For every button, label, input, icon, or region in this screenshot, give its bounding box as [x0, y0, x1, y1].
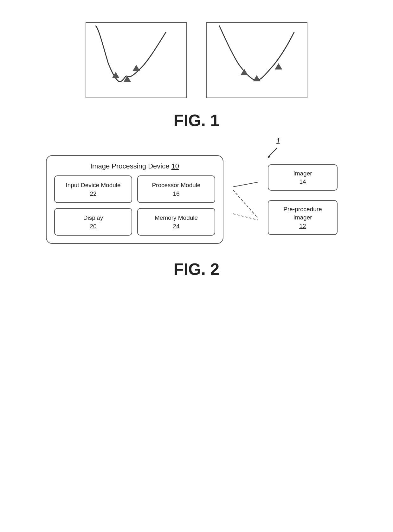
system-number: 1 — [275, 136, 280, 146]
module-display-name: Display — [59, 214, 128, 222]
fig2-wrapper: 1 Image Processing Device 10 — [46, 155, 347, 244]
fig2-label: FIG. 2 — [174, 260, 219, 279]
svg-marker-5 — [275, 63, 282, 70]
module-processor: Processor Module 16 — [137, 175, 215, 203]
svg-line-10 — [233, 214, 258, 220]
fig2-diagram: Image Processing Device 10 Input Device … — [46, 155, 347, 244]
module-display-number: 20 — [90, 223, 96, 230]
svg-line-8 — [233, 182, 258, 187]
ext-imager-name: Imager — [275, 169, 331, 178]
svg-marker-3 — [241, 69, 248, 75]
fig1-container — [86, 22, 307, 98]
fig1-right-diagram — [206, 22, 307, 98]
fig1-left-diagram — [86, 22, 187, 98]
fig1-label: FIG. 1 — [174, 111, 219, 130]
svg-marker-1 — [132, 65, 140, 71]
module-input-number: 22 — [90, 190, 96, 197]
connector-lines — [233, 165, 258, 234]
module-memory-number: 24 — [173, 223, 179, 230]
module-memory: Memory Module 24 — [137, 208, 215, 236]
module-processor-number: 16 — [173, 190, 179, 197]
module-display: Display 20 — [54, 208, 132, 236]
external-devices: Imager 14 Pre-procedure Imager 12 — [268, 164, 338, 235]
ipd-title: Image Processing Device 10 — [54, 162, 215, 170]
ipd-modules: Input Device Module 22 Processor Module … — [54, 175, 215, 236]
ipd-number: 10 — [171, 162, 179, 170]
module-memory-name: Memory Module — [142, 214, 211, 222]
ext-imager: Imager 14 — [268, 164, 338, 191]
fig2-container: 1 Image Processing Device 10 — [19, 155, 374, 298]
ext-pre-imager: Pre-procedure Imager 12 — [268, 200, 338, 235]
ext-pre-imager-number: 12 — [299, 223, 306, 229]
svg-marker-4 — [253, 75, 261, 81]
page: FIG. 1 1 Image Processing Device 10 — [0, 0, 393, 532]
ext-imager-number: 14 — [299, 178, 306, 185]
svg-line-9 — [233, 190, 258, 218]
connector-svg — [233, 165, 258, 234]
module-input-device: Input Device Module 22 — [54, 175, 132, 203]
module-input-name: Input Device Module — [59, 181, 128, 190]
module-processor-name: Processor Module — [142, 181, 211, 190]
ipd-box: Image Processing Device 10 Input Device … — [46, 155, 223, 244]
ext-pre-imager-name: Pre-procedure Imager — [275, 205, 331, 222]
